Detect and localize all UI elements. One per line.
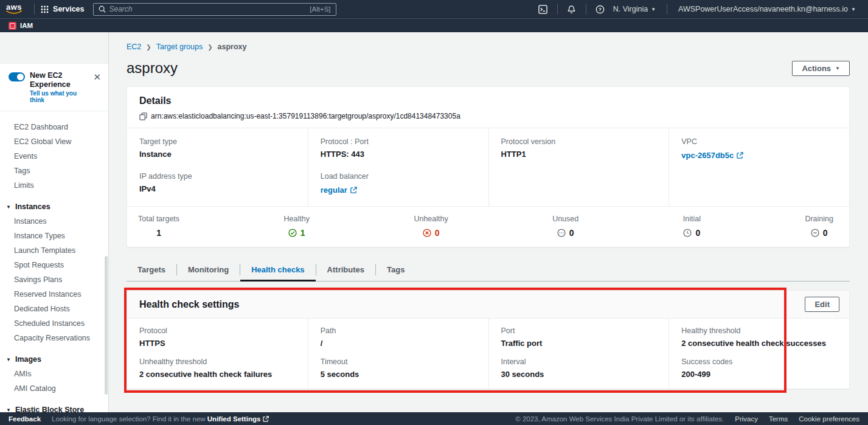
chevron-right-icon: ❯ bbox=[207, 44, 212, 50]
stat-unused: Unused 0 bbox=[552, 215, 578, 238]
unhealthy-x-icon bbox=[423, 229, 431, 237]
health-check-grid: Protocol HTTPS Unhealthy threshold 2 con… bbox=[127, 319, 849, 389]
field-hc-protocol: Protocol HTTPS bbox=[139, 327, 296, 348]
tab-monitoring[interactable]: Monitoring bbox=[177, 258, 240, 282]
cookie-preferences-link[interactable]: Cookie preferences bbox=[799, 415, 859, 423]
breadcrumb-ec2[interactable]: EC2 bbox=[127, 43, 141, 51]
vpc-link[interactable]: vpc-2657db5c bbox=[681, 151, 743, 160]
health-check-settings-title: Health check settings bbox=[139, 299, 240, 310]
services-label: Services bbox=[53, 5, 84, 13]
chevron-right-icon: ❯ bbox=[146, 44, 151, 50]
services-menu[interactable]: Services bbox=[41, 5, 84, 13]
footer: Feedback Looking for language selection?… bbox=[0, 412, 868, 425]
field-protocol-version: Protocol version HTTP1 bbox=[501, 137, 657, 159]
favorites-bar: IAM bbox=[0, 18, 868, 32]
tab-targets[interactable]: Targets bbox=[127, 258, 176, 282]
sidebar-item-savings-plans[interactable]: Savings Plans bbox=[0, 272, 108, 287]
draining-minus-icon bbox=[811, 229, 819, 237]
tab-health-checks[interactable]: Health checks bbox=[240, 258, 315, 282]
external-link-icon bbox=[263, 416, 269, 422]
field-vpc: VPC vpc-2657db5c bbox=[681, 137, 837, 161]
targets-summary: Total targets 1 Healthy 1 Unhealthy bbox=[127, 206, 849, 247]
sidebar-item-instance-types[interactable]: Instance Types bbox=[0, 229, 108, 243]
external-link-icon bbox=[737, 152, 743, 159]
sidebar-section-images[interactable]: ▼ Images bbox=[0, 352, 108, 367]
breadcrumb-target-groups[interactable]: Target groups bbox=[156, 43, 203, 51]
field-unhealthy-threshold: Unhealthy threshold 2 consecutive health… bbox=[139, 358, 296, 379]
stat-healthy: Healthy 1 bbox=[284, 215, 310, 238]
search-input[interactable] bbox=[109, 5, 307, 13]
field-success-codes: Success codes 200-499 bbox=[681, 358, 837, 379]
tab-tags[interactable]: Tags bbox=[376, 258, 415, 282]
sidebar-scrollbar[interactable] bbox=[105, 256, 108, 395]
svg-text:?: ? bbox=[599, 7, 602, 12]
external-link-icon bbox=[350, 187, 357, 193]
breadcrumb-current: asproxy bbox=[218, 43, 247, 51]
sidebar-item-instances[interactable]: Instances bbox=[0, 214, 108, 229]
sidebar-item-events[interactable]: Events bbox=[0, 149, 108, 164]
region-selector[interactable]: N. Virginia ▼ bbox=[608, 5, 661, 13]
caret-down-icon: ▼ bbox=[835, 66, 840, 71]
divider bbox=[557, 4, 558, 15]
search-shortcut: [Alt+S] bbox=[310, 5, 330, 13]
sidebar-item-tags[interactable]: Tags bbox=[0, 164, 108, 178]
sidebar-item-ami-catalog[interactable]: AMI Catalog bbox=[0, 381, 108, 396]
field-port: Port Traffic port bbox=[501, 327, 657, 348]
notifications-bell-icon[interactable] bbox=[564, 0, 580, 18]
sidebar-item-spot-requests[interactable]: Spot Requests bbox=[0, 258, 108, 272]
new-experience-banner: New EC2 Experience Tell us what you thin… bbox=[0, 64, 108, 111]
sidebar-item-ec2-dashboard[interactable]: EC2 Dashboard bbox=[0, 120, 108, 134]
load-balancer-link[interactable]: regular bbox=[321, 185, 357, 195]
terms-link[interactable]: Terms bbox=[769, 415, 788, 423]
field-interval: Interval 30 seconds bbox=[501, 358, 657, 379]
unused-ellipsis-icon bbox=[557, 229, 566, 237]
sidebar-section-instances[interactable]: ▼ Instances bbox=[0, 199, 108, 214]
sidebar-item-dedicated-hosts[interactable]: Dedicated Hosts bbox=[0, 302, 108, 316]
divider bbox=[34, 4, 35, 15]
privacy-link[interactable]: Privacy bbox=[735, 415, 758, 423]
copy-icon[interactable] bbox=[139, 112, 147, 120]
sidebar: New EC2 Experience Tell us what you thin… bbox=[0, 32, 109, 412]
new-experience-toggle[interactable] bbox=[9, 72, 25, 81]
help-icon[interactable]: ? bbox=[592, 0, 608, 18]
chevron-down-icon: ▼ bbox=[6, 204, 11, 210]
health-check-settings-panel: Health check settings Edit Protocol HTTP… bbox=[127, 290, 850, 389]
sidebar-section-elastic-block-store[interactable]: ▼ Elastic Block Store bbox=[0, 403, 108, 412]
account-menu[interactable]: AWSPowerUserAccess/navaneeth.kn@harness.… bbox=[673, 5, 861, 13]
global-search[interactable]: [Alt+S] bbox=[93, 3, 336, 16]
search-icon bbox=[99, 5, 106, 13]
close-icon[interactable]: ✕ bbox=[93, 72, 101, 81]
actions-button[interactable]: Actions ▼ bbox=[792, 61, 850, 76]
field-path: Path / bbox=[321, 327, 476, 348]
sidebar-item-limits[interactable]: Limits bbox=[0, 178, 108, 193]
details-panel: Details arn:aws:elasticloadbalancing:us-… bbox=[127, 86, 850, 247]
new-experience-feedback-link[interactable]: Tell us what you think bbox=[30, 90, 88, 103]
top-navigation: aws Services [Alt+S] bbox=[0, 0, 868, 18]
sidebar-item-scheduled-instances[interactable]: Scheduled Instances bbox=[0, 316, 108, 331]
aws-logo[interactable]: aws bbox=[6, 4, 22, 15]
healthy-check-icon bbox=[288, 229, 297, 237]
divider bbox=[586, 4, 586, 15]
feedback-link[interactable]: Feedback bbox=[9, 415, 41, 423]
edit-button[interactable]: Edit bbox=[805, 297, 839, 312]
caret-down-icon: ▼ bbox=[851, 7, 856, 12]
details-grid: Target type Instance IP address type IPv… bbox=[127, 128, 849, 206]
sidebar-item-ec2-global-view[interactable]: EC2 Global View bbox=[0, 134, 108, 149]
unified-settings-link[interactable]: Unified Settings bbox=[207, 415, 269, 423]
divider bbox=[667, 4, 667, 15]
iam-service-icon bbox=[9, 22, 16, 30]
field-healthy-threshold: Healthy threshold 2 consecutive health c… bbox=[681, 327, 837, 348]
tab-attributes[interactable]: Attributes bbox=[316, 258, 375, 282]
page-title: asproxy bbox=[127, 60, 178, 77]
sidebar-item-capacity-reservations[interactable]: Capacity Reservations bbox=[0, 331, 108, 345]
sidebar-item-reserved-instances[interactable]: Reserved Instances bbox=[0, 287, 108, 302]
sidebar-spacer bbox=[0, 32, 108, 64]
favorite-iam-link[interactable]: IAM bbox=[20, 22, 33, 29]
new-experience-title: New EC2 Experience bbox=[30, 71, 88, 89]
sidebar-item-launch-templates[interactable]: Launch Templates bbox=[0, 243, 108, 258]
initial-clock-icon bbox=[683, 229, 692, 237]
aws-smile-icon bbox=[6, 10, 22, 15]
cloudshell-icon[interactable] bbox=[535, 0, 551, 18]
sidebar-item-amis[interactable]: AMIs bbox=[0, 367, 108, 381]
grid-icon bbox=[41, 5, 49, 13]
